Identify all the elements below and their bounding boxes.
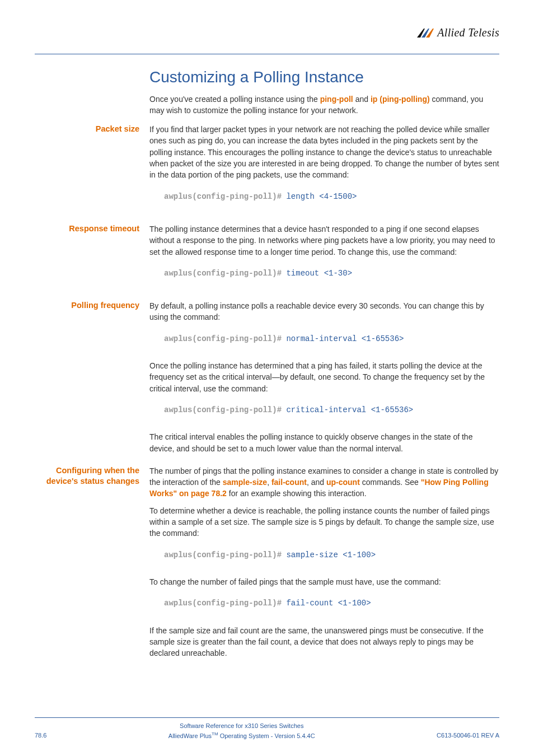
- cfg-p1-post: for an example showing this interaction.: [227, 489, 367, 498]
- top-rule: [35, 54, 499, 54]
- code-timeout: awplus(config-ping-poll)# timeout <1-30>: [164, 268, 499, 279]
- cmd-sample-size: sample-size <1-100>: [286, 550, 376, 559]
- section-packet-size: Packet size If you find that larger pack…: [35, 124, 499, 218]
- code-normal-interval: awplus(config-ping-poll)# normal-interva…: [164, 333, 499, 344]
- prompt: awplus(config-ping-poll)#: [164, 405, 286, 414]
- prompt: awplus(config-ping-poll)#: [164, 192, 286, 201]
- link-up-count[interactable]: up-count: [326, 478, 360, 487]
- intro-paragraph: Once you've created a polling instance u…: [149, 94, 499, 116]
- svg-marker-2: [426, 29, 434, 38]
- cfg-sep2: , and: [307, 478, 326, 487]
- response-timeout-para: The polling instance determines that a d…: [149, 223, 499, 258]
- section-configuring: Configuring when the device's status cha…: [35, 465, 499, 665]
- page-footer: 78.6 Software Reference for x310 Series …: [35, 721, 499, 740]
- polling-frequency-para1: By default, a polling instance polls a r…: [149, 300, 499, 323]
- page-content: Customizing a Polling Instance Once you'…: [35, 66, 499, 670]
- link-ip-ping-polling[interactable]: ip (ping-polling): [371, 95, 430, 104]
- cmd-length: length <4-1500>: [286, 192, 357, 201]
- cfg-sep1: ,: [267, 478, 271, 487]
- bottom-rule: [35, 717, 499, 718]
- footer-center: Software Reference for x310 Series Switc…: [46, 721, 437, 740]
- footer-line1: Software Reference for x310 Series Switc…: [46, 721, 437, 731]
- code-critical-interval: awplus(config-ping-poll)# critical-inter…: [164, 404, 499, 416]
- link-ping-poll[interactable]: ping-poll: [320, 95, 353, 104]
- page-title: Customizing a Polling Instance: [149, 66, 499, 89]
- configuring-para3: To change the number of failed pings tha…: [149, 576, 499, 587]
- packet-size-para: If you find that larger packet types in …: [149, 124, 499, 180]
- cmd-timeout: timeout <1-30>: [286, 269, 352, 278]
- footer-line2-post: Operating System - Version 5.4.4C: [218, 732, 315, 739]
- prompt: awplus(config-ping-poll)#: [164, 269, 286, 278]
- allied-telesis-logo-icon: [417, 29, 434, 38]
- cfg-mid: commands. See: [360, 478, 421, 487]
- code-sample-size: awplus(config-ping-poll)# sample-size <1…: [164, 549, 499, 561]
- footer-tm: TM: [212, 731, 218, 736]
- link-fail-count[interactable]: fail-count: [271, 478, 307, 487]
- prompt: awplus(config-ping-poll)#: [164, 599, 286, 608]
- label-response-timeout: Response timeout: [35, 223, 149, 295]
- link-sample-size[interactable]: sample-size: [223, 478, 267, 487]
- code-length: awplus(config-ping-poll)# length <4-1500…: [164, 191, 499, 202]
- code-fail-count: awplus(config-ping-poll)# fail-count <1-…: [164, 598, 499, 609]
- configuring-para2: To determine whether a device is reachab…: [149, 505, 499, 539]
- footer-page-number: 78.6: [35, 731, 46, 740]
- cmd-critical-interval: critical-interval <1-65536>: [286, 405, 413, 414]
- prompt: awplus(config-ping-poll)#: [164, 550, 286, 559]
- label-packet-size: Packet size: [35, 124, 149, 218]
- footer-line2-pre: AlliedWare Plus: [168, 732, 212, 739]
- configuring-para1: The number of pings that the polling ins…: [149, 465, 499, 500]
- brand-name: Allied Telesis: [437, 25, 499, 41]
- intro-pre: Once you've created a polling instance u…: [149, 95, 320, 104]
- polling-frequency-para3: The critical interval enables the pollin…: [149, 431, 499, 454]
- configuring-para4: If the sample size and fail count are th…: [149, 625, 499, 659]
- polling-frequency-para2: Once the polling instance has determined…: [149, 360, 499, 394]
- section-response-timeout: Response timeout The polling instance de…: [35, 223, 499, 295]
- footer-revision: C613-50046-01 REV A: [437, 731, 499, 740]
- footer-line2: AlliedWare PlusTM Operating System - Ver…: [46, 731, 437, 740]
- prompt: awplus(config-ping-poll)#: [164, 334, 286, 343]
- intro-mid1: and: [353, 95, 371, 104]
- label-configuring: Configuring when the device's status cha…: [35, 465, 149, 665]
- header-logo: Allied Telesis: [417, 25, 499, 41]
- label-polling-frequency: Polling frequency: [35, 300, 149, 460]
- cmd-normal-interval: normal-interval <1-65536>: [286, 334, 404, 343]
- cmd-fail-count: fail-count <1-100>: [286, 599, 371, 608]
- section-polling-frequency: Polling frequency By default, a polling …: [35, 300, 499, 460]
